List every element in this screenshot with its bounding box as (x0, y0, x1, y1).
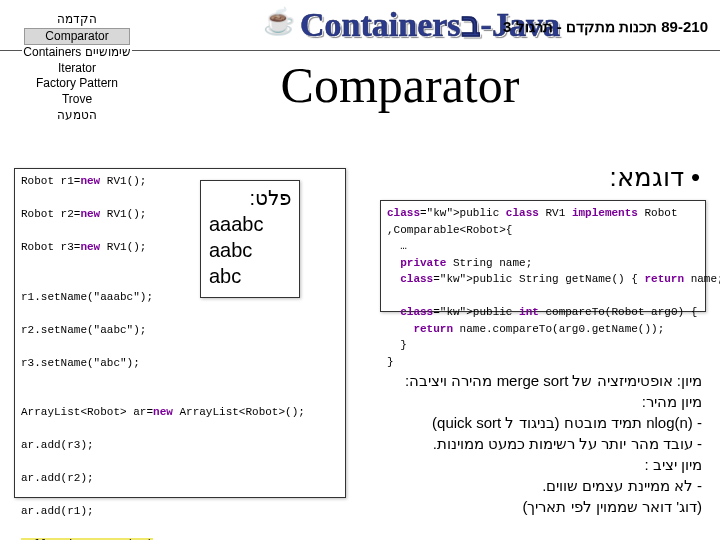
slide-title: Comparator (160, 56, 640, 114)
example-bullet: • דוגמא: (609, 162, 700, 193)
nav-item[interactable]: הקדמה (22, 12, 132, 28)
output-values: aaabcaabcabc (209, 211, 291, 289)
output-label: פלט: (209, 185, 291, 211)
nav-item[interactable]: Trove (22, 92, 132, 108)
nav-item[interactable]: Factory Pattern (22, 76, 132, 92)
output-box: פלט: aaabcaabcabc (200, 180, 300, 298)
course-code: 89-210 תכנות מתקדם - תרגול 3 (503, 18, 708, 36)
code-block-class: class="kw">public class RV1 implements R… (380, 200, 706, 312)
notes-text: מיון: אופטימיזציה של merge sort מהירה וי… (362, 370, 702, 517)
nav-item[interactable]: Comparator (24, 28, 130, 46)
nav-item[interactable]: הטמעה (22, 108, 132, 124)
nav-item[interactable]: שימושיים Containers (22, 45, 132, 61)
nav-item[interactable]: Iterator (22, 61, 132, 77)
outline-nav: הקדמהComparatorשימושיים ContainersIterat… (22, 12, 132, 123)
java-logo-icon: ☕ (263, 6, 295, 46)
